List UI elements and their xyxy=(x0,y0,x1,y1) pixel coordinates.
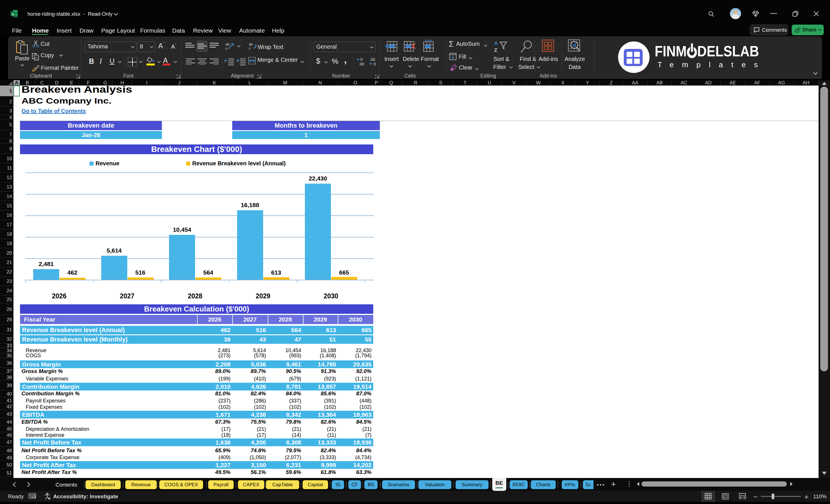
svg-text:x: x xyxy=(12,12,14,16)
svg-text:A: A xyxy=(494,41,498,46)
svg-text:ab: ab xyxy=(225,42,229,46)
svg-text:.00: .00 xyxy=(370,58,375,62)
svg-text:.00: .00 xyxy=(359,62,364,66)
svg-text:Z: Z xyxy=(494,48,497,53)
svg-text:0: 0 xyxy=(374,62,376,66)
svg-text:0: 0 xyxy=(360,58,363,62)
svg-text:c: c xyxy=(249,46,251,50)
svg-text:ab: ab xyxy=(249,42,253,46)
svg-text:c: c xyxy=(225,46,227,51)
